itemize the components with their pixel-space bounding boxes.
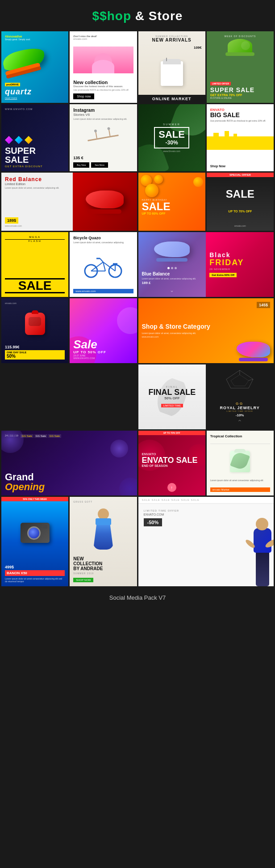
black-btn[interactable]: Get Extra 60% Off: [209, 273, 237, 277]
sale-label2: SALE: [5, 155, 65, 164]
card-red-balance: Red Balance Limited Edition Lorem ipsum …: [1, 173, 137, 231]
blue-desc: Lorem ipsum dolor sit amet, consectetur …: [142, 277, 203, 280]
card-bicycle: Bicycle Quazo Lorem ipsum dolor sit amet…: [70, 232, 137, 297]
limited-offer-badge: LIMITED OFFER: [210, 82, 231, 85]
card-desc: Discover the hottest trends of this seas…: [73, 85, 133, 88]
shop-now-dress[interactable]: SHOP NOW: [73, 578, 93, 582]
jewelry-title: ROYAL JEWELRY: [220, 406, 260, 410]
envato-site: envato.com: [210, 224, 270, 227]
card-final-jewelry-row: FINAL FINAL SALE 50% OFF LIMITED TIME: [138, 364, 274, 429]
special-offer-tag: SPECIAL OFFER: [208, 174, 272, 176]
card-camera: 50% ONLY THIS WEEK 499$ BANON X50 Lorem …: [1, 497, 68, 586]
camera-product: BANON X50: [7, 571, 63, 575]
jewelry-brand: GG: [220, 402, 260, 406]
end-season: END OF SEASON: [142, 464, 202, 467]
new-arrivals-title: NEW ARRIVALS: [142, 38, 202, 42]
shop-now-big[interactable]: Shop Now: [210, 165, 270, 168]
card-new-arrivals: SUMMER COLLECTION NEW ARRIVALS 109€ ONLI…: [138, 31, 205, 103]
sale-big: SALE: [210, 189, 270, 199]
card-sale-banner-woman: SALE SALE SALE SALE SALE SALE LIMITED TI…: [138, 497, 274, 586]
sale-pct-badge: -50%: [144, 518, 162, 526]
footer-label: Social Media Pack V7: [109, 594, 166, 601]
see-more-btn[interactable]: See More: [91, 162, 108, 168]
insta-desc: Lorem ipsum dolor sit amet consectetur a…: [73, 118, 133, 120]
card-super-sale-dark: WWW.ENVATO.COM SUPER SALE GET EXTRA DISC…: [1, 104, 68, 171]
summer-tag: SUMMER: [163, 123, 180, 126]
cat-title: Shop & Store Category: [142, 323, 215, 330]
cat-site: www.envato.com: [142, 335, 215, 338]
up-to-off: UP TO 70% OFF: [210, 210, 270, 213]
site-envato: WWW.ENVATO.COM: [5, 108, 65, 110]
card-grand-opening: 24 | 11 | 19 GG Sale GG Sale GG Sale Gra…: [1, 431, 137, 495]
card-grid: #innovative Simply good. Simply cool. pr…: [0, 30, 275, 588]
card-envato-big-sale: ENVATO BIG SALE Use promocode INSTA as c…: [207, 104, 274, 171]
shop-now-btn[interactable]: Shop now: [73, 93, 94, 99]
final-sale-title: FINAL SALE: [149, 388, 196, 396]
header: $$hop & Store: [0, 0, 275, 30]
tropical-title: Tropical Collection: [210, 434, 270, 438]
card-gruss-gott-dress: GRUSS GOTT NEWCOLLECTIONBY ANDRADE SUMME…: [70, 497, 137, 586]
sale-season-title: ENVATO SALE: [142, 456, 202, 464]
blue-balance-title: Blue Balance: [142, 271, 203, 276]
card-link[interactable]: read more: [5, 97, 65, 99]
jewelry-tag: LIMITED TIME OFFER: [220, 410, 260, 412]
birthday-off: UP TO 60% OFF: [142, 212, 202, 215]
black-title: Black: [209, 252, 230, 258]
card-name-quartz: quartz: [5, 87, 65, 97]
envato-brand: envato.com: [5, 302, 65, 305]
card-code: Use promocode INSTA as checkout to get e…: [73, 89, 133, 91]
sale-pct: -30%: [158, 140, 185, 146]
tropical-site: envato Market: [210, 487, 270, 492]
camera-desc: Lorem ipsum dolor sit amet consectetur a…: [5, 577, 65, 583]
card-quartz: #innovative Simply good. Simply cool. pr…: [1, 31, 68, 103]
bicycle-title: Bicycle Quazo: [73, 236, 133, 240]
opening-title: Opening: [5, 482, 133, 492]
card-one-day-sale: envato.com 115.99€ ONE DAY SALE 50%: [1, 298, 68, 363]
sale-50-site: WWW.ENVATO.COM: [73, 357, 133, 360]
camera-price: 499$: [5, 565, 65, 569]
sale-50-sub: UP TO 50% OFF: [73, 350, 133, 354]
card-tropical: Tropical Collection Lorem ipsum dolor si…: [207, 431, 274, 495]
birthday-sale: SALE: [142, 201, 202, 212]
brand-prodrive: proDRIVE: [5, 83, 20, 86]
sale-frame: SALE: [158, 130, 185, 140]
card-tag: #innovative: [5, 35, 65, 38]
red-balance-title: Red Balance: [5, 176, 69, 182]
week-discounts: WEEK OF DISCOUNTS: [210, 35, 270, 38]
super-sale-title: SUPER SALE: [210, 86, 270, 93]
buy-now-btn[interactable]: Buy Now: [73, 162, 89, 168]
blue-price: 189 £: [142, 281, 203, 285]
new-collection-title: NEWCOLLECTIONBY ANDRADE: [73, 556, 133, 571]
extra-off: GET EXTRA 70% OFF: [210, 93, 270, 97]
online-market: ONLINE MARKET: [142, 97, 202, 101]
svg-line-6: [100, 258, 103, 262]
red-site: www.envato.com: [5, 224, 69, 227]
jewelry-pct: -10%: [220, 413, 260, 417]
card-new-collection: Don't miss the deal! envato.com New coll…: [70, 31, 137, 103]
tropical-desc: Lorem ipsum dolor sit amet consectetur a…: [210, 479, 270, 482]
card-birthday-sale: HAPPY BIRTHDAY SALE UP TO 60% OFF: [138, 173, 205, 231]
header-title-suffix: & Store: [131, 9, 183, 23]
sale-mega: SALE: [5, 278, 65, 293]
cat-desc: Lorem ipsum dolor sit amet, consectetur …: [142, 332, 215, 334]
summer2019-label: SUMMER 2019: [73, 572, 133, 575]
insta-sub: Stories V6: [73, 113, 133, 117]
mega-label: MEGA: [5, 236, 65, 240]
extra-discount: GET EXTRA DISCOUNT: [5, 165, 65, 168]
brand-envato-sale: ENVATO.COM: [144, 513, 269, 516]
card-instagram-stories: Instagram Stories V6 Lorem ipsum dolor s…: [70, 104, 137, 171]
price-tag: 109€: [194, 46, 202, 50]
in-store: IN STORE & ONLINE: [210, 97, 270, 99]
card-summer-sale-tropical: SUMMER SALE -30% www.Envato.com: [138, 104, 205, 171]
card-special-offer: SPECIAL OFFER SALE UP TO 70% OFF envato.…: [207, 173, 274, 231]
site-label: envato.com: [73, 38, 133, 40]
final-pct: 50% OFF: [149, 396, 196, 400]
dollar-sign: $: [92, 9, 100, 23]
flash-label: FLASH: [5, 240, 65, 242]
limited-offer-text: LIMITED TIME OFFER: [144, 509, 269, 512]
card-title-newcol: New collection: [73, 80, 133, 85]
black-date: 28 NOVEMBER: [209, 268, 230, 271]
up70-tag: UP TO 70% OFF: [140, 432, 204, 434]
insta-title: Instagram: [73, 108, 133, 113]
day-price: 115.99€: [5, 345, 65, 349]
